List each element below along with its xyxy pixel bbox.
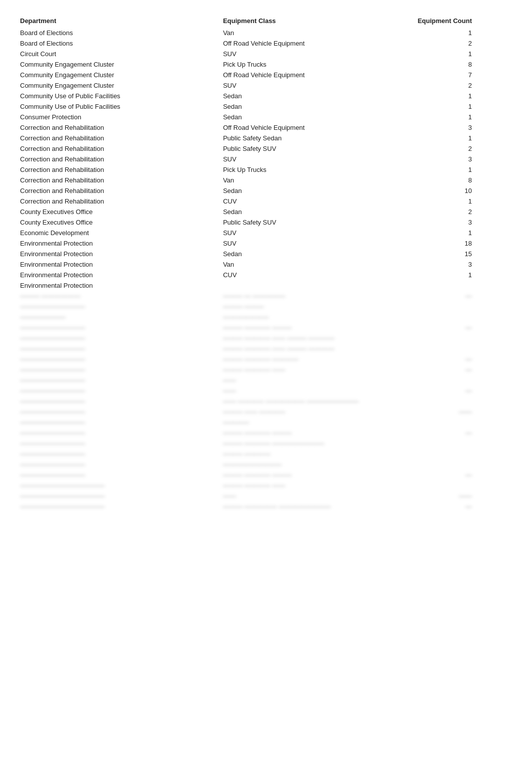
table-row: Correction and RehabilitationSedan10 [20, 185, 512, 196]
table-row-blurred: ———————————— ———— —————— ———————— [20, 396, 512, 407]
cell-department: Environmental Protection [20, 259, 223, 270]
cell-department-blurred: —————————— [20, 438, 223, 449]
cell-equipment-class-blurred: ——— — ————— [223, 291, 412, 301]
cell-equipment-count: 2 [412, 143, 512, 154]
header-equipment-class: Equipment Class [223, 15, 412, 28]
cell-equipment-class: Public Safety SUV [223, 143, 412, 154]
table-row-blurred: ————————————— ———— [20, 449, 512, 459]
cell-equipment-class: Van [223, 259, 412, 270]
cell-equipment-count-blurred [412, 301, 512, 312]
cell-equipment-count-blurred [412, 375, 512, 385]
table-row: Community Use of Public FacilitiesSedan1 [20, 91, 512, 101]
cell-equipment-class-blurred: ——— ———— [223, 449, 412, 459]
cell-equipment-count: 1 [412, 133, 512, 143]
cell-equipment-class-blurred: ——— ———— ——— [223, 428, 412, 438]
cell-equipment-class: Van [223, 28, 412, 38]
cell-equipment-count-blurred: — [412, 354, 512, 364]
cell-department-blurred: —————————— [20, 428, 223, 438]
cell-department-blurred: ——— —————— [20, 291, 223, 301]
header-department: Department [20, 15, 223, 28]
cell-department: Correction and Rehabilitation [20, 143, 223, 154]
table-row: Community Engagement ClusterOff Road Veh… [20, 70, 512, 80]
cell-department-blurred: ————————————— [20, 491, 223, 501]
cell-department: Correction and Rehabilitation [20, 175, 223, 185]
cell-equipment-class-blurred: ——— ———— ———— [223, 354, 412, 364]
cell-department: Economic Development [20, 228, 223, 238]
table-row: Board of ElectionsOff Road Vehicle Equip… [20, 38, 512, 49]
cell-equipment-class-blurred: —— ———— —————— ———————— [223, 396, 412, 407]
cell-equipment-class: Pick Up Trucks [223, 164, 412, 175]
table-row: Environmental ProtectionSUV18 [20, 238, 512, 249]
cell-department: Board of Elections [20, 38, 223, 49]
cell-equipment-class: Sedan [223, 185, 412, 196]
cell-equipment-count: 10 [412, 185, 512, 196]
table-row-blurred: ———————————————— ———— —— [20, 480, 512, 491]
cell-department-blurred: —————————— [20, 364, 223, 375]
cell-equipment-class-blurred: ————————— [223, 459, 412, 470]
table-row: Correction and RehabilitationPublic Safe… [20, 133, 512, 143]
cell-equipment-count-blurred: — [412, 385, 512, 396]
cell-equipment-count: 2 [412, 207, 512, 217]
table-row-blurred: ————————————— ———— ———————— [20, 438, 512, 449]
cell-equipment-class-blurred: ——— ———— —— [223, 364, 412, 375]
cell-equipment-count-blurred [412, 333, 512, 343]
cell-equipment-count: 1 [412, 28, 512, 38]
cell-equipment-class-blurred: ——— ———— ——— [223, 322, 412, 333]
cell-equipment-class: Off Road Vehicle Equipment [223, 122, 412, 133]
cell-equipment-count [412, 280, 512, 291]
cell-department: County Executives Office [20, 207, 223, 217]
cell-equipment-class-blurred: —— [223, 385, 412, 396]
cell-equipment-class: SUV [223, 80, 412, 91]
table-row: Environmental ProtectionCUV1 [20, 270, 512, 280]
cell-equipment-count-blurred [412, 312, 512, 322]
table-row: Environmental ProtectionSedan15 [20, 249, 512, 259]
cell-department-blurred: —————————— [20, 396, 223, 407]
cell-equipment-count: 1 [412, 91, 512, 101]
cell-department: Board of Elections [20, 28, 223, 38]
cell-equipment-count: 2 [412, 80, 512, 91]
cell-equipment-count: 3 [412, 154, 512, 164]
table-row-blurred: ————————————— ———— ———— [20, 322, 512, 333]
cell-department: Correction and Rehabilitation [20, 196, 223, 207]
cell-equipment-count-blurred: — [412, 291, 512, 301]
table-row: Correction and RehabilitationVan8 [20, 175, 512, 185]
cell-equipment-count: 3 [412, 217, 512, 228]
cell-equipment-count-blurred: —— [412, 407, 512, 417]
cell-equipment-class-blurred: —— [223, 375, 412, 385]
cell-equipment-count-blurred [412, 459, 512, 470]
equipment-table: Department Equipment Class Equipment Cou… [20, 15, 512, 512]
cell-equipment-count: 8 [412, 175, 512, 185]
table-row: Community Use of Public FacilitiesSedan1 [20, 101, 512, 112]
cell-equipment-class [223, 280, 412, 291]
table-row-blurred: ————————————— ——— [20, 301, 512, 312]
cell-department: Correction and Rehabilitation [20, 185, 223, 196]
cell-equipment-count: 3 [412, 122, 512, 133]
cell-department-blurred: ————————————— [20, 480, 223, 491]
cell-department-blurred: —————————— [20, 407, 223, 417]
cell-equipment-class: Sedan [223, 249, 412, 259]
cell-department: County Executives Office [20, 217, 223, 228]
cell-equipment-class-blurred: —— [223, 491, 412, 501]
cell-equipment-class: Sedan [223, 112, 412, 122]
cell-equipment-class-blurred: ——— ———— —— ——— ———— [223, 333, 412, 343]
table-row: County Executives OfficeSedan2 [20, 207, 512, 217]
cell-equipment-count-blurred [412, 449, 512, 459]
table-header-row: Department Equipment Class Equipment Cou… [20, 15, 512, 28]
cell-department-blurred: —————————— [20, 375, 223, 385]
table-row: County Executives OfficePublic Safety SU… [20, 217, 512, 228]
cell-equipment-count: 15 [412, 249, 512, 259]
cell-equipment-class: Van [223, 175, 412, 185]
cell-equipment-count: 18 [412, 238, 512, 249]
cell-equipment-class-blurred: ——— ——— [223, 301, 412, 312]
cell-department-blurred: —————————— [20, 417, 223, 428]
cell-equipment-class-blurred: ———— [223, 417, 412, 428]
cell-department: Community Engagement Cluster [20, 59, 223, 70]
cell-department: Environmental Protection [20, 238, 223, 249]
cell-department: Environmental Protection [20, 280, 223, 291]
table-row: Economic DevelopmentSUV1 [20, 228, 512, 238]
cell-department: Consumer Protection [20, 112, 223, 122]
cell-equipment-count-blurred [412, 417, 512, 428]
cell-equipment-class-blurred: ——— ————— ———————— [223, 501, 412, 512]
table-row: Environmental ProtectionVan3 [20, 259, 512, 270]
cell-department-blurred: ————————————— [20, 501, 223, 512]
